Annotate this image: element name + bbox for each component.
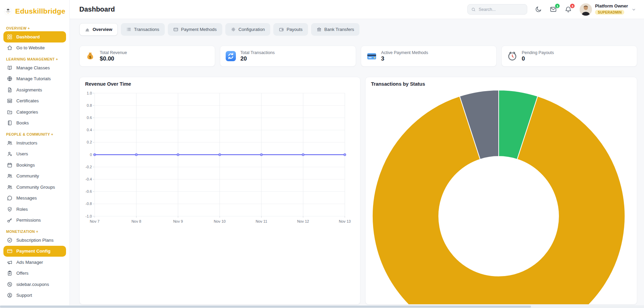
sidebar-item-label: Offers [16,271,29,276]
sidebar-section-people-community[interactable]: PEOPLE & COMMUNITY + [6,132,63,136]
chart-title: Transactions by Status [371,81,631,87]
svg-text:Nov 12: Nov 12 [297,219,309,223]
sidebar-item-label: Go to Website [16,45,45,50]
sidebar-item-books[interactable]: Books [3,118,66,129]
sidebar-item-ads-manager[interactable]: Ads Manager [3,257,66,268]
status-donut-chart [366,77,637,305]
stat-value: 20 [240,55,275,62]
notifications-count-badge: 3 [570,3,575,8]
svg-text:-0.2: -0.2 [85,165,92,169]
profile-menu-button[interactable]: Platform Owner SUPERADMIN [580,3,637,16]
book-icon [7,120,13,126]
sidebar-item-label: Assignments [16,87,42,92]
search-input[interactable] [479,7,524,12]
sidebar-item-support[interactable]: Support [3,290,66,301]
support-icon [7,292,13,298]
folder-icon [7,109,13,115]
sidebar-item-label: sidebar.coupons [16,282,49,287]
stat-label: Pending Payouts [522,50,554,55]
credit-card-icon [7,248,13,254]
svg-text:-1.0: -1.0 [85,214,92,218]
shield-check-icon [7,206,13,212]
sidebar-item-label: Payment Config [16,249,50,254]
transactions-by-status-card: Transactions by Status [365,77,637,305]
charts-row: Revenue Over Time 1.00.80.60.40.20-0.2-0… [79,77,637,305]
horizontal-scrollbar[interactable] [0,305,644,308]
stat-card-total-revenue: $ Total Revenue $0.00 [79,46,215,67]
gear-icon [231,27,236,32]
svg-text:Nov 13: Nov 13 [339,219,351,223]
tab-payment-methods[interactable]: Payment Methods [168,23,222,36]
sidebar-item-label: Manage Tutorials [16,76,51,81]
clipboard-icon [7,270,13,276]
sidebar-item-manage-classes[interactable]: Manage Classes [3,62,66,73]
dark-mode-toggle[interactable] [535,6,542,13]
sidebar-item-assignments[interactable]: Assignments [3,84,66,96]
svg-text:Nov 9: Nov 9 [173,219,183,223]
tab-configuration[interactable]: Configuration [225,23,270,36]
revenue-over-time-card: Revenue Over Time 1.00.80.60.40.20-0.2-0… [79,77,360,305]
sidebar-section-overview[interactable]: OVERVIEW + [6,26,63,30]
brand-logo-icon: SKILLBRIDGE [4,4,12,19]
credit-card-icon [367,51,377,61]
stat-card-active-payment-methods: Active Payment Methods 3 [361,46,497,67]
sidebar-item-label: Certificates [16,98,39,103]
sidebar-item-label: Ads Manager [16,260,43,265]
sidebar-item-community-groups[interactable]: Community Groups [3,182,66,193]
avatar [580,3,592,16]
search-box [467,4,527,15]
sidebar-item-label: Permissions [16,218,41,223]
tab-transactions[interactable]: Transactions [121,23,165,36]
messages-button[interactable]: 1 [550,6,557,13]
sidebar-item-label: Bookings [16,162,35,168]
sidebar-item-label: Subscription Plans [16,238,53,243]
stat-value: 0 [522,55,554,62]
percent-circle-icon [7,281,13,287]
tab-bank-transfers[interactable]: Bank Transfers [311,23,359,36]
bar-chart-icon [85,27,90,32]
users-icon [7,184,13,190]
repeat-icon [226,51,236,61]
layout-icon [7,98,13,104]
sidebar-section-monetization[interactable]: MONETIZATION + [6,229,63,234]
topbar: Dashboard 1 3 [70,0,644,19]
sidebar-section-learning-management[interactable]: LEARNING MANAGEMENT + [6,57,63,61]
sidebar-item-community[interactable]: Community [3,171,66,182]
tab-label: Overview [93,27,112,32]
sidebar-item-coupons[interactable]: sidebar.coupons [3,279,66,290]
sidebar-item-label: Roles [16,207,28,212]
scrollbar-thumb[interactable] [0,306,531,308]
sidebar-item-instructors[interactable]: Instructors [3,137,66,149]
sidebar-item-go-to-website[interactable]: Go to Website [3,42,66,54]
sidebar-item-messages[interactable]: Messages [3,193,66,204]
user-name: Platform Owner [595,4,628,9]
tab-payouts[interactable]: Payouts [273,23,308,36]
revenue-line-chart: 1.00.80.60.40.20-0.2-0.4-0.6-0.8-1.0Nov … [85,89,355,225]
sidebar-item-manage-tutorials[interactable]: Manage Tutorials [3,73,66,85]
svg-text:0.8: 0.8 [87,103,92,107]
globe-icon [7,76,13,82]
tab-overview[interactable]: Overview [79,23,118,36]
stat-label: Active Payment Methods [381,50,428,55]
brand-logo-link[interactable]: SKILLBRIDGE Eduskillbridge [0,0,69,22]
main-area: Dashboard 1 3 [70,0,644,308]
sidebar-item-users[interactable]: Users [3,149,66,160]
sidebar-item-subscription-plans[interactable]: Subscription Plans [3,235,66,246]
sidebar-item-payment-config[interactable]: Payment Config [3,246,66,257]
users-icon [7,173,13,179]
sidebar-item-categories[interactable]: Categories [3,106,66,118]
sidebar-item-dashboard[interactable]: Dashboard [3,31,66,42]
chat-icon [7,195,13,201]
sidebar-item-certificates[interactable]: Certificates [3,96,66,107]
sidebar-item-permissions[interactable]: Permissions [3,215,66,226]
sidebar-item-roles[interactable]: Roles [3,204,66,215]
sidebar-item-bookings[interactable]: Bookings [3,159,66,171]
dashboard-content: Overview Transactions Payment Methods Co… [70,19,644,308]
sidebar-item-offers[interactable]: Offers [3,268,66,279]
notifications-button[interactable]: 3 [565,6,572,13]
svg-text:-0.8: -0.8 [85,202,92,206]
stats-row: $ Total Revenue $0.00 [79,46,637,67]
stat-card-total-transactions: Total Transactions 20 [220,46,356,67]
money-bag-icon: $ [85,51,95,61]
messages-count-badge: 1 [555,3,560,8]
